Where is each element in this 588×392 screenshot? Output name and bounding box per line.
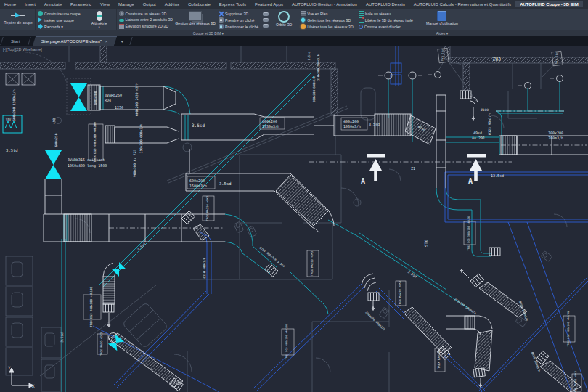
construire-une-coupe-button[interactable]: Construire une coupe xyxy=(38,11,81,16)
ribbon-tab-bar: Home Insert Annotate Parametric View Man… xyxy=(0,0,588,9)
duct-label: 300x200 xyxy=(548,131,563,135)
duct-label: 780m3/h xyxy=(548,136,563,140)
tab-view[interactable]: View xyxy=(96,1,114,7)
ribbon-empty-area xyxy=(467,9,588,36)
insert-section-icon xyxy=(38,17,42,23)
ucs-x-label: X xyxy=(32,383,35,388)
drawing-canvas[interactable]: [-][Top][2D Wireframe] xyxy=(0,46,588,392)
release-isolated-icon xyxy=(359,17,364,23)
freeze-icon xyxy=(301,17,306,23)
undo-isolate-icon xyxy=(359,25,363,29)
link-ducts-icon xyxy=(119,19,124,22)
structure-elevation-icon xyxy=(119,24,124,29)
duct-label: 1050x400 long 1500 xyxy=(68,163,107,168)
raccords-button[interactable]: Raccords ▾ xyxy=(38,24,81,29)
duct-label: 900x300 Au 725 xyxy=(133,150,136,177)
duct-label: 400x200 xyxy=(343,119,359,123)
duct-label: 3.5sd xyxy=(407,270,417,279)
tab-home[interactable]: Home xyxy=(0,1,20,7)
manuel-utilisation-button[interactable]: Manuel d'utilisation xyxy=(419,9,465,30)
tab-autofluid-dessin[interactable]: AUTOFLUID Dessin xyxy=(362,1,409,7)
duct-label: 600x250 xyxy=(54,133,58,147)
tab-autofluid-calculs[interactable]: AUTOFLUID Calculs - Réservations et Quan… xyxy=(409,1,515,7)
tab-start[interactable]: Start xyxy=(4,36,28,46)
altimetrie-button[interactable]: Altimétrie ▾ xyxy=(83,9,116,30)
tab-parametric[interactable]: Parametric xyxy=(66,1,96,7)
tab-manage[interactable]: Manage xyxy=(114,1,139,7)
chevron-down-icon: ▾ xyxy=(98,26,99,28)
build-network-icon xyxy=(119,11,124,16)
trox-label: TROX DG3 400x100 +AR100 xyxy=(89,287,93,327)
duct-label: 1030m3/h xyxy=(343,124,361,128)
delete-x-icon xyxy=(219,11,224,16)
duct-label: 1500m3/h xyxy=(189,184,207,188)
tab-autofluid-gestion[interactable]: AUTOFLUID Gestion - Annotation xyxy=(287,1,362,7)
ucs-icon xyxy=(9,368,33,388)
vue-en-plan-button[interactable]: Vue en Plan xyxy=(301,11,353,16)
drawing-svg: 3VARb250 RD4 1250 3.Std 3.5sd 600x200 19… xyxy=(0,46,588,392)
tab-collaborate[interactable]: Collaborate xyxy=(184,1,215,7)
elevation-structure-button[interactable]: Élévation structure 2D-3D xyxy=(119,24,173,29)
close-tab-icon[interactable]: × xyxy=(105,39,108,44)
camera-icon xyxy=(219,17,224,23)
room-label: CR2 xyxy=(492,56,501,62)
trox-label: TROX RA250 xyxy=(437,351,441,369)
liberer-tous-reseaux-button[interactable]: Libérer tous les réseaux 3D xyxy=(301,24,353,29)
tab-document-active[interactable]: Site page AUTOCOUPE-clean* × xyxy=(33,36,117,46)
duct-label: 3.5sd xyxy=(136,242,146,251)
gestion-reseaux-3d-button[interactable]: Gestion des réseaux 3D xyxy=(175,9,216,30)
snapshot-db-buttons[interactable] xyxy=(261,9,270,30)
duct-label: RD4 xyxy=(105,98,111,102)
duct-label: Au 291 xyxy=(472,136,485,140)
ribbon-group-aides: Manuel d'utilisation Aides ▾ xyxy=(417,9,467,36)
inserer-une-coupe-button[interactable]: Insérer une coupe xyxy=(38,17,81,23)
positionner-cliche-button[interactable]: Positionner le cliché xyxy=(219,24,258,29)
liberer-3d-isole-button[interactable]: Libérer le 3D du réseau isolé xyxy=(359,17,413,23)
group-label-coupe[interactable]: Coupe et 3D BIM ▾ xyxy=(0,30,417,36)
tab-insert[interactable]: Insert xyxy=(20,1,40,7)
application-window: Home Insert Annotate Parametric View Man… xyxy=(0,0,588,392)
trox-label: TROX DG3 300x100 +AR/DG xyxy=(467,216,470,250)
viewport-controls[interactable]: [-][Top][2D Wireframe] xyxy=(3,47,42,52)
group-label-aides[interactable]: Aides ▾ xyxy=(417,30,467,36)
tab-autofluid-coupe-3d-bim[interactable]: AUTOFLUID Coupe - 3D BIM xyxy=(515,1,583,7)
tab-featured-apps[interactable]: Featured Apps xyxy=(250,1,287,7)
duct-label: 800x300 xyxy=(94,91,97,105)
orbit-icon xyxy=(278,11,290,23)
repere-de-coupe-button[interactable]: Repère de coupe xyxy=(1,9,35,30)
tab-annotate[interactable]: Annotate xyxy=(40,1,66,7)
vav-label: VAV xyxy=(6,118,12,121)
trox-label: TROX RA250 +DK3 xyxy=(398,281,401,306)
construire-reseau-3d-button[interactable]: Construire un réseau 3D xyxy=(119,11,173,16)
trox-label: TROX RA250 +DK3 xyxy=(205,196,209,221)
isole-reseau-button[interactable]: Isole un réseau xyxy=(359,11,413,16)
database-icon xyxy=(263,24,269,28)
trox-label: TROX DG3 400x150 +AR100 xyxy=(285,324,288,359)
tab-output[interactable]: Output xyxy=(139,1,160,7)
comme-avant-isoler-button[interactable]: Comme avant d'isoler xyxy=(359,25,413,29)
ribbon: Repère de coupe Construire une coupe Ins… xyxy=(0,9,588,37)
pipe-label: 250x200 500m3/h xyxy=(454,297,478,315)
orbite-3d-button[interactable]: Orbite 3D xyxy=(270,9,298,30)
place-snapshot-icon xyxy=(219,24,224,29)
duct-label: 250x200 500m3/h xyxy=(317,54,320,81)
trox-label: TROX RA250 +DK3 xyxy=(310,251,314,276)
supprimer-3d-button[interactable]: Supprimer 3D xyxy=(219,11,258,16)
geler-reseaux-button[interactable]: Geler tous les réseaux 3D xyxy=(301,17,353,23)
duct-label: 300x200 600m3/h xyxy=(312,75,316,102)
duct-label: 13.5sd xyxy=(491,173,504,178)
duct-label: 490 xyxy=(52,118,56,124)
section-letter: A xyxy=(468,177,473,185)
tab-express-tools[interactable]: Express Tools xyxy=(215,1,250,7)
trox-label: TROX DG3 300x100 +AR/DG xyxy=(567,311,570,346)
section-letter: A xyxy=(361,177,365,185)
duct-label: 600x200 1500m3/h xyxy=(12,89,16,121)
liaisons-conduits-3d-button[interactable]: Liaisons entre 2 conduits 3D xyxy=(119,17,173,22)
prendre-cliche-button[interactable]: Prendre un cliché xyxy=(219,17,258,23)
toilet-fixtures xyxy=(234,221,552,327)
tab-addins[interactable]: Add-ins xyxy=(160,1,184,7)
section-marker-icon xyxy=(11,11,25,20)
duct-label: 250x200 600m3/h xyxy=(139,123,143,153)
pipe-label: Ø250 400m3/h 3.5sd xyxy=(258,246,286,269)
new-tab-button[interactable]: + xyxy=(115,36,129,46)
